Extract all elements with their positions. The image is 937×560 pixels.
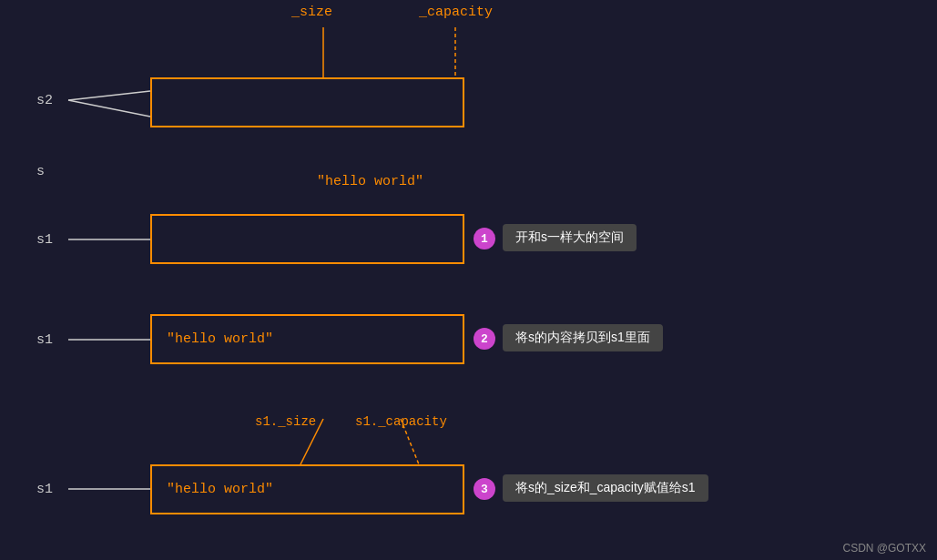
box-row0: "hello world" bbox=[150, 77, 464, 127]
box-text-row0: "hello world" bbox=[302, 157, 616, 207]
var-s: s bbox=[36, 164, 45, 179]
var-s1-row3: s1 bbox=[36, 332, 53, 348]
badge-1-num: 1 bbox=[481, 232, 488, 246]
tooltip-2: 将s的内容拷贝到s1里面 bbox=[503, 324, 663, 351]
connector-lines bbox=[0, 0, 937, 560]
box-row2 bbox=[150, 214, 464, 264]
box-row4: "hello world" bbox=[150, 464, 464, 514]
capacity-header-label: _capacity bbox=[419, 5, 493, 20]
badge-3-num: 3 bbox=[481, 483, 488, 496]
main-canvas: _size _capacity s2 "hello world" s s1 1 … bbox=[0, 0, 937, 560]
var-s2: s2 bbox=[36, 93, 53, 108]
box-text-row4: "hello world" bbox=[152, 466, 463, 513]
tooltip-1: 开和s一样大的空间 bbox=[503, 224, 637, 251]
badge-2: 2 bbox=[474, 328, 495, 350]
badge-1: 1 bbox=[474, 228, 495, 249]
watermark: CSDN @GOTXX bbox=[842, 542, 926, 555]
box-row3: "hello world" bbox=[150, 314, 464, 364]
var-s1-row4: s1 bbox=[36, 482, 53, 497]
s1-capacity-label: s1._capacity bbox=[355, 414, 447, 429]
var-s1-row2: s1 bbox=[36, 232, 53, 248]
box-text-row3: "hello world" bbox=[152, 316, 463, 362]
badge-2-num: 2 bbox=[481, 332, 488, 346]
size-header-label: _size bbox=[291, 5, 332, 20]
tooltip-3: 将s的_size和_capacity赋值给s1 bbox=[503, 474, 708, 502]
badge-3: 3 bbox=[474, 478, 495, 500]
svg-line-3 bbox=[68, 100, 150, 117]
s1-size-label: s1._size bbox=[255, 414, 316, 429]
svg-line-2 bbox=[68, 91, 150, 100]
